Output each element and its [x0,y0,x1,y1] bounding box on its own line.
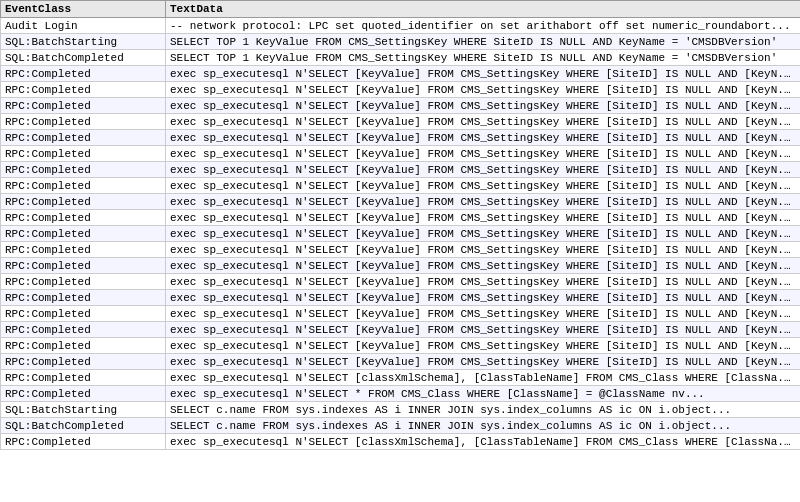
table-row[interactable]: RPC:Completedexec sp_executesql N'SELECT… [1,98,801,114]
event-class-cell: RPC:Completed [1,338,166,354]
table-row[interactable]: RPC:Completedexec sp_executesql N'SELECT… [1,306,801,322]
text-data-cell: SELECT c.name FROM sys.indexes AS i INNE… [166,402,801,418]
text-data-cell: exec sp_executesql N'SELECT [KeyValue] F… [166,306,801,322]
table-row[interactable]: RPC:Completedexec sp_executesql N'SELECT… [1,258,801,274]
table-row[interactable]: RPC:Completedexec sp_executesql N'SELECT… [1,242,801,258]
event-class-cell: RPC:Completed [1,322,166,338]
event-class-cell: RPC:Completed [1,354,166,370]
text-data-cell: exec sp_executesql N'SELECT [KeyValue] F… [166,226,801,242]
event-class-cell: RPC:Completed [1,370,166,386]
table-row[interactable]: RPC:Completedexec sp_executesql N'SELECT… [1,114,801,130]
table-row[interactable]: SQL:BatchStartingSELECT c.name FROM sys.… [1,402,801,418]
table-row[interactable]: RPC:Completedexec sp_executesql N'SELECT… [1,370,801,386]
event-class-cell: RPC:Completed [1,258,166,274]
text-data-cell: SELECT TOP 1 KeyValue FROM CMS_SettingsK… [166,50,801,66]
trace-table: EventClass TextData Audit Login-- networ… [0,0,800,450]
table-row[interactable]: Audit Login-- network protocol: LPC set … [1,18,801,34]
table-row[interactable]: RPC:Completedexec sp_executesql N'SELECT… [1,338,801,354]
text-data-cell: exec sp_executesql N'SELECT [classXmlSch… [166,434,801,450]
table-row[interactable]: RPC:Completedexec sp_executesql N'SELECT… [1,354,801,370]
text-data-cell: exec sp_executesql N'SELECT [KeyValue] F… [166,98,801,114]
table-row[interactable]: RPC:Completedexec sp_executesql N'SELECT… [1,274,801,290]
table-row[interactable]: RPC:Completedexec sp_executesql N'SELECT… [1,322,801,338]
table-row[interactable]: SQL:BatchCompletedSELECT TOP 1 KeyValue … [1,50,801,66]
table-row[interactable]: RPC:Completedexec sp_executesql N'SELECT… [1,82,801,98]
event-class-cell: RPC:Completed [1,66,166,82]
table-row[interactable]: RPC:Completedexec sp_executesql N'SELECT… [1,178,801,194]
table-row[interactable]: RPC:Completedexec sp_executesql N'SELECT… [1,210,801,226]
table-row[interactable]: RPC:Completedexec sp_executesql N'SELECT… [1,386,801,402]
text-data-cell: SELECT c.name FROM sys.indexes AS i INNE… [166,418,801,434]
event-class-cell: RPC:Completed [1,146,166,162]
text-data-cell: exec sp_executesql N'SELECT [KeyValue] F… [166,210,801,226]
event-class-cell: SQL:BatchCompleted [1,50,166,66]
event-class-cell: Audit Login [1,18,166,34]
table-header-row: EventClass TextData [1,1,801,18]
event-class-cell: SQL:BatchCompleted [1,418,166,434]
event-class-cell: RPC:Completed [1,226,166,242]
text-data-cell: exec sp_executesql N'SELECT [KeyValue] F… [166,82,801,98]
text-data-cell: exec sp_executesql N'SELECT [KeyValue] F… [166,114,801,130]
text-data-cell: exec sp_executesql N'SELECT [KeyValue] F… [166,338,801,354]
event-class-cell: RPC:Completed [1,130,166,146]
event-class-cell: RPC:Completed [1,274,166,290]
text-data-cell: exec sp_executesql N'SELECT [KeyValue] F… [166,354,801,370]
text-data-cell: exec sp_executesql N'SELECT [KeyValue] F… [166,242,801,258]
event-class-cell: RPC:Completed [1,290,166,306]
text-data-cell: exec sp_executesql N'SELECT * FROM CMS_C… [166,386,801,402]
text-data-cell: exec sp_executesql N'SELECT [KeyValue] F… [166,178,801,194]
column-header-textdata[interactable]: TextData [166,1,801,18]
text-data-cell: exec sp_executesql N'SELECT [KeyValue] F… [166,162,801,178]
table-row[interactable]: RPC:Completedexec sp_executesql N'SELECT… [1,226,801,242]
event-class-cell: RPC:Completed [1,242,166,258]
event-class-cell: RPC:Completed [1,162,166,178]
text-data-cell: -- network protocol: LPC set quoted_iden… [166,18,801,34]
event-class-cell: RPC:Completed [1,210,166,226]
text-data-cell: exec sp_executesql N'SELECT [KeyValue] F… [166,290,801,306]
text-data-cell: exec sp_executesql N'SELECT [KeyValue] F… [166,274,801,290]
text-data-cell: exec sp_executesql N'SELECT [classXmlSch… [166,370,801,386]
table-row[interactable]: RPC:Completedexec sp_executesql N'SELECT… [1,146,801,162]
column-header-eventclass[interactable]: EventClass [1,1,166,18]
text-data-cell: exec sp_executesql N'SELECT [KeyValue] F… [166,146,801,162]
event-class-cell: RPC:Completed [1,434,166,450]
event-class-cell: SQL:BatchStarting [1,34,166,50]
table-row[interactable]: SQL:BatchCompletedSELECT c.name FROM sys… [1,418,801,434]
event-class-cell: RPC:Completed [1,178,166,194]
event-class-cell: RPC:Completed [1,194,166,210]
text-data-cell: exec sp_executesql N'SELECT [KeyValue] F… [166,322,801,338]
trace-table-container: EventClass TextData Audit Login-- networ… [0,0,800,502]
text-data-cell: exec sp_executesql N'SELECT [KeyValue] F… [166,66,801,82]
table-row[interactable]: RPC:Completedexec sp_executesql N'SELECT… [1,434,801,450]
text-data-cell: exec sp_executesql N'SELECT [KeyValue] F… [166,194,801,210]
text-data-cell: exec sp_executesql N'SELECT [KeyValue] F… [166,130,801,146]
table-row[interactable]: RPC:Completedexec sp_executesql N'SELECT… [1,66,801,82]
event-class-cell: SQL:BatchStarting [1,402,166,418]
event-class-cell: RPC:Completed [1,98,166,114]
table-row[interactable]: SQL:BatchStartingSELECT TOP 1 KeyValue F… [1,34,801,50]
event-class-cell: RPC:Completed [1,306,166,322]
text-data-cell: exec sp_executesql N'SELECT [KeyValue] F… [166,258,801,274]
text-data-cell: SELECT TOP 1 KeyValue FROM CMS_SettingsK… [166,34,801,50]
event-class-cell: RPC:Completed [1,114,166,130]
table-row[interactable]: RPC:Completedexec sp_executesql N'SELECT… [1,162,801,178]
table-row[interactable]: RPC:Completedexec sp_executesql N'SELECT… [1,130,801,146]
table-row[interactable]: RPC:Completedexec sp_executesql N'SELECT… [1,194,801,210]
event-class-cell: RPC:Completed [1,82,166,98]
event-class-cell: RPC:Completed [1,386,166,402]
table-row[interactable]: RPC:Completedexec sp_executesql N'SELECT… [1,290,801,306]
